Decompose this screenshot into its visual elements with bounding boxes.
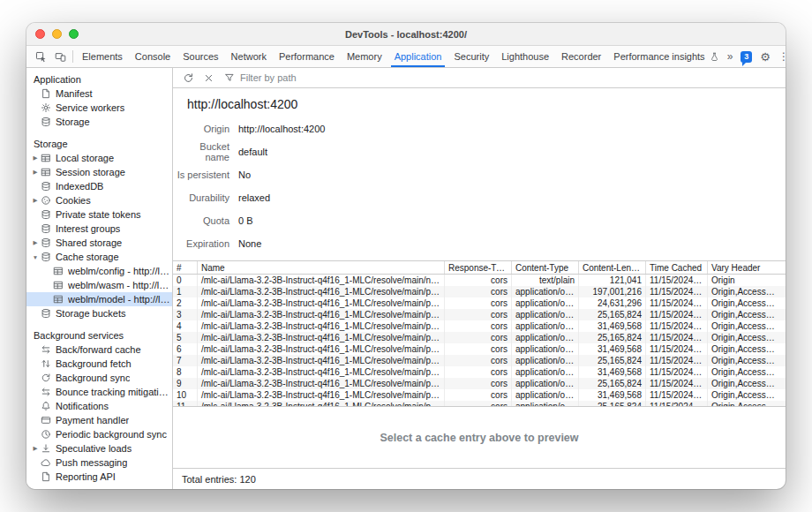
sidebar-item-weblm-model-http-loc[interactable]: weblm/model - http://loc… <box>26 292 172 306</box>
sidebar-item-storage[interactable]: Storage <box>26 115 172 129</box>
settings-gear-icon[interactable]: ⚙ <box>760 50 771 64</box>
column-header-[interactable]: # <box>173 261 198 274</box>
column-header-time-cached[interactable]: Time Cached <box>646 261 708 274</box>
cache-entry-row[interactable]: 3/mlc-ai/Llama-3.2-3B-Instruct-q4f16_1-M… <box>173 309 786 320</box>
minimize-window-button[interactable] <box>52 29 62 39</box>
sidebar-item-background-fetch[interactable]: Background fetch <box>26 357 172 371</box>
tab-security[interactable]: Security <box>447 46 495 67</box>
cell-content-type: application/oc… <box>512 401 579 407</box>
cache-content: http://localhost:4200 Originhttp://local… <box>173 88 786 468</box>
cache-entry-row[interactable]: 1/mlc-ai/Llama-3.2-3B-Instruct-q4f16_1-M… <box>173 286 786 297</box>
cache-entry-row[interactable]: 6/mlc-ai/Llama-3.2-3B-Instruct-q4f16_1-M… <box>173 343 786 355</box>
sidebar-item-interest-groups[interactable]: Interest groups <box>26 222 172 236</box>
zoom-window-button[interactable] <box>69 29 79 39</box>
meta-label: Bucket name <box>173 141 229 162</box>
meta-label: Expiration <box>173 238 229 249</box>
console-messages-badge[interactable]: 3 <box>741 51 752 63</box>
sidebar-item-indexeddb[interactable]: IndexedDB <box>26 179 172 193</box>
main-menu-icon[interactable]: ⋮ <box>778 50 786 63</box>
tab-console[interactable]: Console <box>129 46 177 67</box>
cache-entry-row[interactable]: 5/mlc-ai/Llama-3.2-3B-Instruct-q4f16_1-M… <box>173 332 786 343</box>
cell-response-type: cors <box>445 343 512 355</box>
sidebar-item-reporting-api[interactable]: Reporting API <box>26 470 172 484</box>
cache-entry-row[interactable]: 9/mlc-ai/Llama-3.2-3B-Instruct-q4f16_1-M… <box>173 378 786 389</box>
close-window-button[interactable] <box>35 29 45 39</box>
sidebar-item-label: weblm/wasm - http://loca… <box>68 280 172 290</box>
cache-entry-row[interactable]: 8/mlc-ai/Llama-3.2-3B-Instruct-q4f16_1-M… <box>173 366 786 378</box>
device-toolbar-icon[interactable] <box>50 46 70 67</box>
cell-vary-header: Origin,Access… <box>708 320 786 332</box>
sidebar-item-push-messaging[interactable]: Push messaging <box>26 456 172 470</box>
column-header-content-type[interactable]: Content-Type <box>512 261 579 274</box>
cache-entry-row[interactable]: 11/mlc-ai/Llama-3.2-3B-Instruct-q4f16_1-… <box>173 401 786 407</box>
sidebar-item-payment-handler[interactable]: Payment handler <box>26 413 172 427</box>
column-header-name[interactable]: Name <box>198 261 445 274</box>
sidebar-item-bounce-tracking-mitigations[interactable]: Bounce tracking mitigations <box>26 385 172 399</box>
tab-sources[interactable]: Sources <box>177 46 224 67</box>
chevron-collapsed-icon[interactable]: ▶ <box>31 445 40 452</box>
column-header-content-length[interactable]: Content-Length <box>579 261 646 274</box>
cell-name: /mlc-ai/Llama-3.2-3B-Instruct-q4f16_1-ML… <box>198 366 445 378</box>
cell-response-type: cors <box>445 401 512 407</box>
cell-content-type: application/oc… <box>512 366 579 378</box>
tab-network[interactable]: Network <box>225 46 273 67</box>
sidebar-item-label: Bounce tracking mitigations <box>56 387 172 397</box>
tab-performance-insights[interactable]: Performance insights <box>607 46 726 67</box>
tab-elements[interactable]: Elements <box>76 46 129 67</box>
chevron-collapsed-icon[interactable]: ▶ <box>31 154 40 162</box>
sidebar-item-private-state-tokens[interactable]: Private state tokens <box>26 207 172 222</box>
database-icon <box>40 237 52 249</box>
more-tabs-icon[interactable]: » <box>727 50 733 63</box>
cache-entry-row[interactable]: 10/mlc-ai/Llama-3.2-3B-Instruct-q4f16_1-… <box>173 389 786 401</box>
preview-pane: Select a cache entry above to preview <box>173 407 786 468</box>
sidebar-item-cache-storage[interactable]: ▼Cache storage <box>26 250 172 264</box>
chevron-collapsed-icon[interactable]: ▶ <box>31 239 40 246</box>
sidebar-item-speculative-loads[interactable]: ▶Speculative loads <box>26 441 172 456</box>
tab-performance[interactable]: Performance <box>273 46 341 67</box>
inspect-element-icon[interactable] <box>31 46 50 67</box>
sidebar-item-service-workers[interactable]: Service workers <box>26 101 172 115</box>
meta-value: No <box>238 169 251 180</box>
sidebar-item-back-forward-cache[interactable]: Back/forward cache <box>26 343 172 357</box>
sidebar-item-local-storage[interactable]: ▶Local storage <box>26 151 172 165</box>
cell-name: /mlc-ai/Llama-3.2-3B-Instruct-q4f16_1-ML… <box>198 275 445 286</box>
cache-entry-row[interactable]: 4/mlc-ai/Llama-3.2-3B-Instruct-q4f16_1-M… <box>173 320 786 332</box>
cell-time-cached: 11/15/2024, 10… <box>646 286 708 297</box>
chevron-expanded-icon[interactable]: ▼ <box>31 254 40 260</box>
sidebar-item-weblm-wasm-http-loca[interactable]: weblm/wasm - http://loca… <box>26 278 172 292</box>
cell-name: /mlc-ai/Llama-3.2-3B-Instruct-q4f16_1-ML… <box>198 286 445 297</box>
cache-entry-row[interactable]: 7/mlc-ai/Llama-3.2-3B-Instruct-q4f16_1-M… <box>173 355 786 366</box>
sidebar-item-label: Manifest <box>56 88 93 99</box>
window-controls <box>35 23 79 45</box>
chevron-collapsed-icon[interactable]: ▶ <box>31 169 40 176</box>
sidebar-item-weblm-config-http-loc[interactable]: weblm/config - http://loc… <box>26 264 172 278</box>
tab-memory[interactable]: Memory <box>341 46 388 67</box>
cell-response-type: cors <box>445 320 512 332</box>
sidebar-item-storage-buckets[interactable]: Storage buckets <box>26 306 172 320</box>
sidebar-item-background-sync[interactable]: Background sync <box>26 371 172 385</box>
tab-application[interactable]: Application <box>388 46 448 67</box>
sidebar-item-cookies[interactable]: ▶Cookies <box>26 193 172 207</box>
sidebar-item-manifest[interactable]: Manifest <box>26 87 172 101</box>
cell-response-type: cors <box>445 355 512 366</box>
refresh-icon[interactable] <box>178 68 199 87</box>
sidebar-item-session-storage[interactable]: ▶Session storage <box>26 165 172 179</box>
sync-icon <box>40 372 52 384</box>
cache-entry-row[interactable]: 0/mlc-ai/Llama-3.2-3B-Instruct-q4f16_1-M… <box>173 275 786 286</box>
clock-icon <box>40 428 52 440</box>
filter-input[interactable]: Filter by path <box>223 72 297 84</box>
cache-entry-row[interactable]: 2/mlc-ai/Llama-3.2-3B-Instruct-q4f16_1-M… <box>173 297 786 309</box>
sidebar-item-shared-storage[interactable]: ▶Shared storage <box>26 236 172 250</box>
sidebar-item-periodic-background-sync[interactable]: Periodic background sync <box>26 427 172 441</box>
cloud-icon <box>40 456 52 469</box>
cell-content-length: 197,001,216 <box>579 286 646 297</box>
column-header-response-type[interactable]: Response-Type <box>445 261 512 274</box>
tab-lighthouse[interactable]: Lighthouse <box>495 46 555 67</box>
tab-recorder[interactable]: Recorder <box>555 46 607 67</box>
cell-content-type: application/oc… <box>512 286 579 297</box>
column-header-vary-header[interactable]: Vary Header <box>708 261 786 274</box>
delete-selected-icon[interactable] <box>199 68 219 87</box>
chevron-collapsed-icon[interactable]: ▶ <box>31 197 40 204</box>
sidebar-item-label: Background fetch <box>56 358 132 369</box>
sidebar-item-notifications[interactable]: Notifications <box>26 399 172 413</box>
